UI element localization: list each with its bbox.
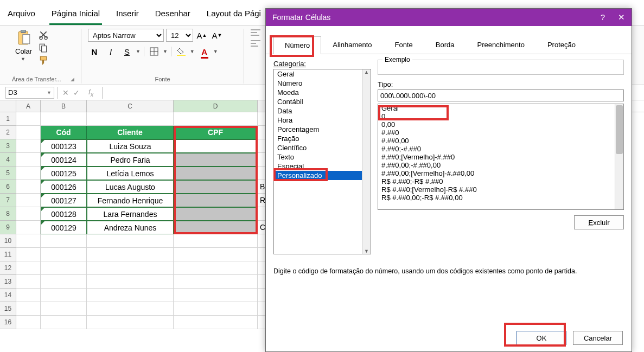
format-item[interactable]: R$ #.##0;[Vermelho]-R$ #.##0 [378, 185, 623, 194]
select-all-corner[interactable] [0, 100, 16, 112]
table-cell[interactable]: 000127 [41, 194, 87, 207]
table-cell[interactable]: 000126 [41, 180, 87, 194]
dialog-tab-preenchimento[interactable]: Preenchimento [466, 36, 535, 54]
cut-icon[interactable] [39, 30, 48, 40]
bold-button[interactable]: N [88, 45, 101, 58]
dialog-tab-fonte[interactable]: Fonte [384, 36, 424, 54]
cell[interactable] [174, 302, 258, 316]
cell[interactable] [174, 316, 258, 329]
row-header[interactable]: 14 [0, 289, 16, 302]
table-cell[interactable]: 000124 [41, 153, 87, 167]
cell[interactable] [174, 261, 258, 275]
category-item[interactable]: Fração [274, 134, 371, 143]
font-size-select[interactable]: 12 [166, 29, 193, 42]
cell[interactable] [87, 302, 174, 316]
align-left-icon[interactable] [251, 29, 260, 36]
row-header[interactable]: 11 [0, 248, 16, 261]
category-item[interactable]: Porcentagem [274, 125, 371, 134]
paste-button[interactable]: Colar ▼ [12, 29, 35, 63]
decrease-font-icon[interactable]: A▼ [211, 29, 224, 42]
cell[interactable] [16, 207, 41, 221]
table-cell[interactable] [174, 153, 258, 167]
table-cell[interactable] [174, 180, 258, 194]
format-item[interactable]: #.##0,00;[Vermelho]-#.##0,00 [378, 169, 623, 177]
cancel-formula-icon[interactable]: ✕ [62, 88, 69, 97]
table-cell[interactable]: 000129 [41, 221, 87, 234]
ribbon-tab-arquivo[interactable]: Arquivo [5, 5, 37, 25]
format-item[interactable]: 0,00 [378, 120, 623, 129]
row-header[interactable]: 16 [0, 316, 16, 329]
underline-button[interactable]: S [120, 45, 133, 58]
cell[interactable] [87, 275, 174, 289]
scrollbar[interactable]: ▲▼ [362, 69, 371, 254]
table-cell[interactable]: Letícia Lemos [87, 167, 174, 180]
cell[interactable] [174, 234, 258, 248]
cell[interactable] [16, 153, 41, 167]
row-header[interactable]: 3 [0, 139, 16, 153]
cell[interactable] [16, 234, 41, 248]
table-cell[interactable] [174, 207, 258, 221]
category-item[interactable]: Especial [274, 162, 371, 171]
cell[interactable] [87, 316, 174, 329]
cell[interactable] [16, 316, 41, 329]
cell[interactable] [41, 234, 87, 248]
row-header[interactable]: 8 [0, 207, 16, 221]
accept-formula-icon[interactable]: ✓ [73, 88, 80, 97]
format-item[interactable]: 0 [378, 112, 623, 120]
table-cell[interactable]: Lucas Augusto [87, 180, 174, 194]
table-cell[interactable]: Luiza Souza [87, 139, 174, 153]
format-painter-icon[interactable] [39, 56, 48, 66]
format-item[interactable]: #.##0,00 [378, 137, 623, 145]
cell[interactable] [174, 289, 258, 302]
exclude-button[interactable]: Excluir [574, 215, 624, 229]
ribbon-tab-layout-da-pági[interactable]: Layout da Pági [205, 5, 263, 25]
table-cell[interactable]: 000128 [41, 207, 87, 221]
table-cell[interactable] [174, 167, 258, 180]
cell[interactable] [174, 112, 258, 126]
row-header[interactable]: 12 [0, 261, 16, 275]
table-header[interactable]: Cód [41, 126, 87, 139]
cell[interactable] [16, 221, 41, 234]
category-item[interactable]: Data [274, 106, 371, 116]
category-item[interactable]: Geral [274, 69, 371, 79]
category-item[interactable]: Texto [274, 152, 371, 162]
cell[interactable] [16, 289, 41, 302]
cell[interactable] [16, 261, 41, 275]
fx-icon[interactable]: fx [84, 88, 98, 98]
format-item[interactable]: R$ #.##0;-R$ #.##0 [378, 177, 623, 185]
ribbon-tab-inserir[interactable]: Inserir [114, 5, 141, 25]
format-item[interactable]: R$ #.##0,00;-R$ #.##0,00 [378, 194, 623, 202]
dialog-tab-alinhamento[interactable]: Alinhamento [321, 36, 383, 54]
table-cell[interactable] [174, 221, 258, 234]
table-cell[interactable]: Fernando Henrique [87, 194, 174, 207]
cell[interactable] [87, 248, 174, 261]
table-header[interactable]: Cliente [87, 126, 174, 139]
dialog-tab-borda[interactable]: Borda [424, 36, 466, 54]
cell[interactable] [16, 302, 41, 316]
column-header-D[interactable]: D [174, 100, 258, 112]
cell[interactable] [16, 167, 41, 180]
cell[interactable] [16, 112, 41, 126]
category-item[interactable]: Contábil [274, 97, 371, 106]
align-left-icon-2[interactable] [251, 40, 260, 47]
row-header[interactable]: 2 [0, 126, 16, 139]
format-item[interactable]: #.##0;-#.##0 [378, 145, 623, 153]
row-header[interactable]: 4 [0, 153, 16, 167]
ribbon-tab-página-inicial[interactable]: Página Inicial [49, 5, 102, 25]
increase-font-icon[interactable]: A▲ [195, 29, 208, 42]
close-icon[interactable]: ✕ [618, 12, 625, 22]
row-header[interactable]: 7 [0, 194, 16, 207]
fill-color-button[interactable] [175, 45, 188, 58]
cell[interactable] [87, 112, 174, 126]
category-item[interactable]: Hora [274, 116, 371, 125]
row-header[interactable]: 9 [0, 221, 16, 234]
cell[interactable] [174, 275, 258, 289]
dialog-tab-número[interactable]: Número [273, 36, 321, 54]
cell[interactable] [16, 126, 41, 139]
ribbon-tab-desenhar[interactable]: Desenhar [153, 5, 193, 25]
dialog-tab-proteção[interactable]: Proteção [536, 36, 587, 54]
column-header-C[interactable]: C [87, 100, 174, 112]
cell[interactable] [16, 248, 41, 261]
cell[interactable] [41, 316, 87, 329]
cell[interactable] [87, 234, 174, 248]
